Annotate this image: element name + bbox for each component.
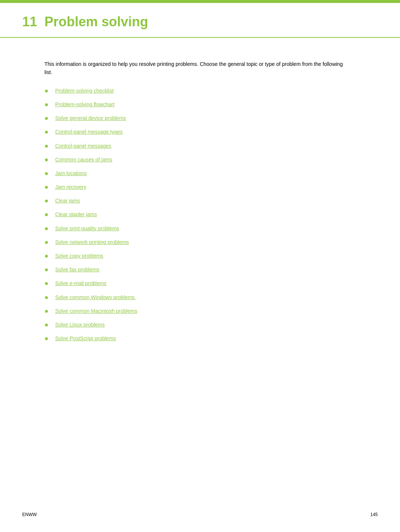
list-item: ●Problem-solving flowchart (44, 101, 356, 109)
bullet-icon: ● (44, 100, 49, 109)
list-item: ●Solve Linux problems (44, 321, 356, 329)
footer-right: 145 (370, 512, 378, 517)
bullet-icon: ● (44, 279, 49, 288)
link-item-6[interactable]: Jam locations (55, 170, 87, 177)
chapter-number: 11 (22, 14, 37, 30)
bullet-icon: ● (44, 169, 49, 178)
footer-left: ENWW (22, 512, 37, 517)
page-container: 11 Problem solving This information is o… (0, 0, 400, 532)
chapter-title: 11 Problem solving (22, 14, 378, 30)
bullet-icon: ● (44, 127, 49, 137)
content-area: This information is organized to help yo… (0, 38, 400, 371)
link-item-18[interactable]: Solve PostScript problems (55, 335, 116, 342)
list-item: ●Solve common Windows problems (44, 294, 356, 302)
header-bar (0, 0, 400, 3)
header-section: 11 Problem solving (0, 3, 400, 38)
link-item-0[interactable]: Problem-solving checklist (55, 87, 114, 95)
intro-text: This information is organized to help yo… (44, 60, 348, 77)
footer: ENWW 145 (22, 512, 378, 517)
bullet-icon: ● (44, 224, 49, 233)
list-item: ●Solve common Macintosh problems (44, 307, 356, 316)
bullet-icon: ● (44, 183, 49, 192)
link-item-12[interactable]: Solve copy problems (55, 252, 103, 260)
list-item: ●Solve print-quality problems (44, 225, 356, 233)
link-item-5[interactable]: Common causes of jams (55, 156, 112, 164)
list-item: ●Jam recovery (44, 183, 356, 192)
list-item: ●Clear jams (44, 197, 356, 205)
link-item-2[interactable]: Solve general device problems (55, 114, 126, 122)
link-item-10[interactable]: Solve print-quality problems (55, 225, 119, 232)
bullet-icon: ● (44, 320, 49, 329)
link-item-3[interactable]: Control-panel message types (55, 128, 123, 136)
link-item-1[interactable]: Problem-solving flowchart (55, 101, 114, 108)
list-item: ●Solve fax problems (44, 266, 356, 274)
list-item: ●Solve e-mail problems (44, 280, 356, 288)
bullet-icon: ● (44, 210, 49, 219)
list-item: ●Jam locations (44, 170, 356, 178)
bullet-icon: ● (44, 265, 49, 274)
bullet-icon: ● (44, 196, 49, 205)
link-item-9[interactable]: Clear stapler jams (55, 211, 97, 218)
link-item-14[interactable]: Solve e-mail problems (55, 280, 107, 287)
list-item: ●Common causes of jams (44, 156, 356, 164)
link-item-17[interactable]: Solve Linux problems (55, 321, 105, 329)
list-item: ●Control-panel messages (44, 142, 356, 151)
link-item-4[interactable]: Control-panel messages (55, 142, 111, 150)
link-item-16[interactable]: Solve common Macintosh problems (55, 307, 137, 315)
bullet-icon: ● (44, 251, 49, 261)
link-item-13[interactable]: Solve fax problems (55, 266, 99, 274)
link-list: ●Problem-solving checklist●Problem-solvi… (44, 87, 356, 344)
bullet-icon: ● (44, 86, 49, 96)
bullet-icon: ● (44, 334, 49, 343)
chapter-name: Problem solving (44, 14, 148, 30)
list-item: ●Control-panel message types (44, 128, 356, 137)
bullet-icon: ● (44, 141, 49, 151)
link-item-7[interactable]: Jam recovery (55, 183, 86, 191)
list-item: ●Clear stapler jams (44, 211, 356, 219)
list-item: ●Solve copy problems (44, 252, 356, 261)
list-item: ●Problem-solving checklist (44, 87, 356, 96)
list-item: ●Solve general device problems (44, 114, 356, 123)
link-item-15[interactable]: Solve common Windows problems (55, 294, 136, 301)
list-item: ●Solve PostScript problems (44, 335, 356, 343)
link-item-11[interactable]: Solve network printing problems (55, 238, 129, 246)
bullet-icon: ● (44, 155, 49, 164)
list-item: ●Solve network printing problems (44, 238, 356, 247)
bullet-icon: ● (44, 238, 49, 247)
bullet-icon: ● (44, 293, 49, 302)
bullet-icon: ● (44, 114, 49, 123)
link-item-8[interactable]: Clear jams (55, 197, 80, 205)
bullet-icon: ● (44, 307, 49, 316)
